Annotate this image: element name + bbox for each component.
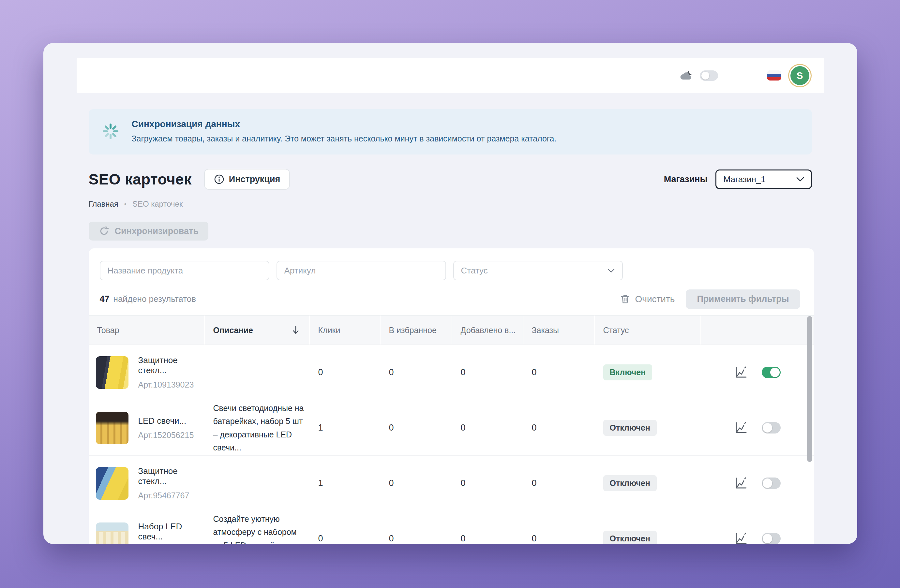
column-header-clicks[interactable]: Клики xyxy=(310,316,380,345)
synchronize-button-label: Синхронизировать xyxy=(115,226,199,236)
table-header: Товар Описание Клики В избранное Добавле… xyxy=(89,316,814,345)
status-toggle[interactable] xyxy=(762,367,781,378)
breadcrumb: Главная • SEO карточек xyxy=(89,200,812,209)
column-header-description[interactable]: Описание xyxy=(205,316,310,345)
spinner-icon xyxy=(101,122,120,141)
product-name[interactable]: LED свечи... xyxy=(138,416,194,426)
trash-icon xyxy=(620,294,630,305)
status-badge: Включен xyxy=(603,364,653,381)
line-chart-icon xyxy=(734,365,748,380)
instruction-button[interactable]: Инструкция xyxy=(204,169,290,190)
clear-filters-label: Очистить xyxy=(635,294,675,305)
product-thumbnail[interactable] xyxy=(96,356,129,389)
cloud-moon-icon xyxy=(680,70,694,82)
apply-filters-button[interactable]: Применить фильтры xyxy=(686,289,800,309)
orders-value: 0 xyxy=(523,511,595,544)
product-description: Свечи светодиодные на батарейках, набор … xyxy=(205,400,310,455)
clear-filters-button[interactable]: Очистить xyxy=(620,294,675,305)
status-toggle[interactable] xyxy=(762,422,781,433)
product-article: Арт.95467767 xyxy=(138,491,205,500)
column-header-favorites[interactable]: В избранное xyxy=(380,316,452,345)
table-scrollbar[interactable] xyxy=(807,316,812,462)
analytics-chart-button[interactable] xyxy=(734,421,748,435)
sort-descending-icon[interactable] xyxy=(292,326,299,335)
refresh-icon xyxy=(98,226,110,237)
theme-toggle[interactable] xyxy=(700,70,718,81)
status-select[interactable]: Статус xyxy=(453,261,623,280)
sync-banner: Синхронизация данных Загружаем товары, з… xyxy=(89,109,812,155)
status-toggle[interactable] xyxy=(762,478,781,489)
line-chart-icon xyxy=(734,476,748,491)
column-header-actions xyxy=(701,316,814,345)
clicks-value: 1 xyxy=(310,456,380,511)
shop-select-value: Магазин_1 xyxy=(723,174,766,184)
line-chart-icon xyxy=(734,421,748,435)
toggle-knob xyxy=(763,534,772,543)
column-header-status[interactable]: Статус xyxy=(595,316,701,345)
added-value: 0 xyxy=(452,511,523,544)
orders-value: 0 xyxy=(523,400,595,455)
analytics-chart-button[interactable] xyxy=(734,532,748,544)
synchronize-button[interactable]: Синхронизировать xyxy=(89,222,208,241)
sync-banner-subtitle: Загружаем товары, заказы и аналитику. Эт… xyxy=(132,134,557,144)
product-thumbnail[interactable] xyxy=(96,523,129,544)
products-panel: Статус 47 найдено результатов Очистить П… xyxy=(89,248,814,544)
breadcrumb-current: SEO карточек xyxy=(132,200,183,209)
product-name[interactable]: Защитное стекл... xyxy=(138,466,205,486)
column-header-orders[interactable]: Заказы xyxy=(523,316,595,345)
clicks-value: 1 xyxy=(310,400,380,455)
orders-value: 0 xyxy=(523,345,595,400)
analytics-chart-button[interactable] xyxy=(734,476,748,491)
toggle-knob xyxy=(763,423,772,433)
instruction-button-label: Инструкция xyxy=(229,174,281,184)
product-name-input[interactable] xyxy=(100,261,269,280)
status-badge: Отключен xyxy=(603,475,657,491)
results-count-label: найдено результатов xyxy=(113,294,196,304)
breadcrumb-home[interactable]: Главная xyxy=(89,200,118,209)
theme-toggle-knob xyxy=(701,72,709,79)
chevron-down-icon xyxy=(796,176,804,182)
toggle-knob xyxy=(763,478,772,488)
table-row: Набор LED свеч... Арт.375945198 Создайте… xyxy=(89,511,814,544)
product-thumbnail[interactable] xyxy=(96,467,129,500)
product-description xyxy=(205,345,310,400)
added-value: 0 xyxy=(452,400,523,455)
breadcrumb-separator: • xyxy=(124,200,127,208)
shops-label: Магазины xyxy=(664,174,708,184)
language-flag-icon[interactable] xyxy=(767,70,781,80)
status-badge: Отключен xyxy=(603,531,657,544)
analytics-chart-button[interactable] xyxy=(734,365,748,380)
sync-banner-title: Синхронизация данных xyxy=(132,119,557,129)
app-window: S Синхронизация данных Загружаем т xyxy=(43,43,857,544)
status-badge: Отключен xyxy=(603,420,657,436)
added-value: 0 xyxy=(452,456,523,511)
added-value: 0 xyxy=(452,345,523,400)
chevron-down-icon xyxy=(607,268,615,273)
toggle-knob xyxy=(770,368,780,377)
column-header-product[interactable]: Товар xyxy=(89,316,205,345)
results-count: 47 xyxy=(100,294,110,304)
page-title: SEO карточек xyxy=(89,170,192,188)
orders-value: 0 xyxy=(523,456,595,511)
user-avatar[interactable]: S xyxy=(790,66,809,85)
product-name[interactable]: Набор LED свеч... xyxy=(138,521,205,542)
table-row: Защитное стекл... Арт.109139023 0 0 0 0 … xyxy=(89,345,814,400)
sku-input[interactable] xyxy=(276,261,446,280)
product-description xyxy=(205,456,310,511)
favorites-value: 0 xyxy=(380,511,452,544)
clicks-value: 0 xyxy=(310,511,380,544)
shop-select[interactable]: Магазин_1 xyxy=(715,170,812,189)
table-row: LED свечи... Арт.152056215 Свечи светоди… xyxy=(89,400,814,455)
info-icon xyxy=(214,174,224,184)
status-select-placeholder: Статус xyxy=(461,266,488,276)
product-article: Арт.109139023 xyxy=(138,380,205,390)
product-description: Создайте уютную атмосферу с набором из 5… xyxy=(205,511,310,544)
column-header-added[interactable]: Добавлено в... xyxy=(452,316,523,345)
line-chart-icon xyxy=(734,532,748,544)
favorites-value: 0 xyxy=(380,400,452,455)
clicks-value: 0 xyxy=(310,345,380,400)
top-navbar: S xyxy=(77,58,824,93)
product-thumbnail[interactable] xyxy=(96,412,129,444)
status-toggle[interactable] xyxy=(762,533,781,544)
product-name[interactable]: Защитное стекл... xyxy=(138,355,205,376)
